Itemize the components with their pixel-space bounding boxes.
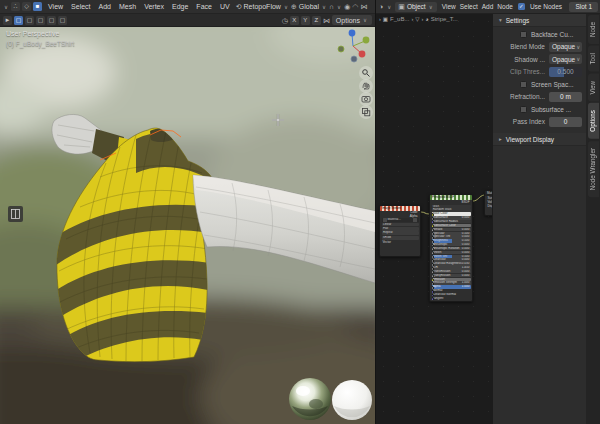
- menu-item[interactable]: UV: [216, 3, 234, 10]
- mode-dropdown-chevron[interactable]: ∨: [3, 4, 9, 10]
- tool-2-icon[interactable]: ▢: [25, 16, 34, 25]
- proportional-edit-icon[interactable]: ◉: [344, 2, 350, 11]
- node-row-label: Transmission: [433, 270, 451, 273]
- viewport-scene: [0, 27, 375, 424]
- gizmo-z-neg[interactable]: [351, 56, 357, 62]
- mirror-axes-icon[interactable]: ⋈: [323, 16, 330, 25]
- blend-mode-dropdown[interactable]: Opaque∨: [549, 42, 582, 52]
- perspective-toggle-button[interactable]: [359, 105, 373, 119]
- sidebar-tab[interactable]: Options: [588, 103, 599, 139]
- menu-item[interactable]: Face: [192, 3, 216, 10]
- edge-select-mode-icon[interactable]: ◇: [22, 2, 31, 11]
- snap-chevron[interactable]: ∨: [336, 4, 342, 10]
- options-button[interactable]: Options∨: [332, 15, 372, 25]
- gizmo-y-neg[interactable]: [338, 46, 344, 52]
- screen-space-row: Screen Spac...: [520, 79, 586, 90]
- gizmo-z-axis[interactable]: [349, 30, 356, 37]
- editor-type-chevron[interactable]: ∨: [386, 4, 392, 10]
- gizmo-y-axis[interactable]: [363, 37, 370, 44]
- image-option-dropdown[interactable]: sRGB: [382, 236, 419, 240]
- axis-button[interactable]: X: [290, 16, 299, 25]
- node-row-value: 0.000: [462, 274, 470, 277]
- sidebar-tab[interactable]: Node: [588, 15, 599, 44]
- screen-space-checkbox[interactable]: [520, 81, 527, 88]
- principled-bsdf-node[interactable]: Principled BSDF BSDF GGX Random Walk: [429, 194, 473, 302]
- sidebar-tab[interactable]: View: [588, 74, 599, 102]
- menu-item[interactable]: Node: [495, 3, 515, 10]
- retopoflow-chevron[interactable]: ∨: [283, 4, 289, 10]
- orientation-chevron[interactable]: ∨: [321, 4, 327, 10]
- breadcrumb-funnel-icon: ▽: [415, 16, 419, 22]
- camera-view-button[interactable]: [359, 92, 373, 106]
- material-slot-button[interactable]: Slot 1: [569, 2, 598, 12]
- node-canvas[interactable]: › ▣ F_uB... › ▽ › ◕ Stripe_T... Image Te…: [376, 14, 492, 424]
- vertex-select-mode-icon[interactable]: ∴: [11, 2, 20, 11]
- pass-index-field[interactable]: 0: [549, 117, 582, 127]
- node-row-value: 0.000: [462, 251, 470, 254]
- settings-title: Settings: [506, 17, 530, 24]
- menu-item[interactable]: Select: [458, 3, 480, 10]
- node-row-value: 0.000: [462, 247, 470, 250]
- refraction-depth-field[interactable]: 0 m: [549, 92, 582, 102]
- node-row[interactable]: Subsurface Radius: [432, 220, 471, 223]
- menu-item[interactable]: Mesh: [115, 3, 140, 10]
- node-row[interactable]: Anisotropic 0.000: [432, 243, 471, 246]
- breadcrumb-object-icon: ▣: [383, 16, 388, 22]
- viewport-canvas[interactable]: User Perspective (0) F_uBody_BeeTShirt: [0, 27, 375, 424]
- menu-item[interactable]: Add: [480, 3, 496, 10]
- node-row[interactable]: Transmission 0.000: [432, 270, 471, 273]
- blend-mode-row: Blend Mode Opaque∨: [493, 41, 582, 52]
- node-row[interactable]: Anisotropic Rotation 0.000: [432, 247, 471, 250]
- menu-item[interactable]: View: [440, 3, 458, 10]
- clip-threshold-slider[interactable]: 0.500: [549, 67, 582, 77]
- menu-item[interactable]: View: [44, 3, 67, 10]
- snap-magnet-icon[interactable]: ∩: [329, 2, 334, 11]
- shader-mode-dropdown[interactable]: ▣ Object ∨: [395, 2, 436, 12]
- node-row[interactable]: Subsurface Color: [432, 224, 471, 227]
- menu-item[interactable]: Select: [67, 3, 94, 10]
- gizmo-x-axis[interactable]: [359, 51, 366, 58]
- image-option-dropdown[interactable]: Repeat: [382, 231, 419, 235]
- orientation-dropdown[interactable]: Global: [299, 3, 319, 10]
- node-row[interactable]: Metallic 0.000: [432, 228, 471, 231]
- sidebar-tabs: Node Tool View Options Node Wrangler: [586, 14, 600, 424]
- falloff-icon[interactable]: ◠: [352, 2, 358, 11]
- image-option-dropdown[interactable]: Linear: [382, 223, 419, 227]
- zoom-button[interactable]: [359, 66, 373, 80]
- subsurface-checkbox[interactable]: [520, 106, 527, 113]
- breadcrumb-expand-icon[interactable]: ›: [379, 16, 381, 22]
- axis-button[interactable]: Y: [301, 16, 310, 25]
- tool-4-icon[interactable]: ▢: [47, 16, 56, 25]
- shadow-mode-dropdown[interactable]: Opaque∨: [549, 54, 582, 64]
- material-output-node[interactable]: Material Output SurfaceVolumeDisplacemen…: [484, 190, 492, 216]
- node-row[interactable]: Sheen 0.000: [432, 251, 471, 254]
- tool-3-icon[interactable]: ▢: [36, 16, 45, 25]
- tool-5-icon[interactable]: ▢: [58, 16, 67, 25]
- menu-item[interactable]: Add: [95, 3, 115, 10]
- face-select-mode-icon[interactable]: ■: [33, 2, 42, 11]
- menu-item[interactable]: Edge: [168, 3, 192, 10]
- settings-section-header[interactable]: ▾ Settings: [493, 14, 586, 27]
- backface-culling-checkbox[interactable]: [520, 31, 527, 38]
- image-selector[interactable]: Material...: [382, 218, 419, 222]
- image-texture-node[interactable]: Image Texture Color Alpha Material... Li…: [379, 205, 421, 257]
- image-node-options: LinearFlatRepeatsRGB: [380, 223, 420, 240]
- tool-1-icon[interactable]: ▢: [14, 16, 23, 25]
- use-nodes-checkbox[interactable]: ✓: [518, 3, 525, 10]
- use-nodes-label[interactable]: Use Nodes: [528, 3, 564, 10]
- viewport-display-section-header[interactable]: ▸ Viewport Display: [493, 133, 586, 146]
- mirror-icon[interactable]: ⋈: [360, 2, 367, 11]
- menu-item[interactable]: Vertex: [140, 3, 168, 10]
- cursor-tool-icon[interactable]: ►: [3, 16, 12, 25]
- shader-editor-icon[interactable]: ◑: [379, 2, 383, 11]
- node-row[interactable]: Clearcoat Normal: [432, 293, 471, 296]
- retopoflow-menu[interactable]: RetopoFlow: [244, 3, 281, 10]
- node-row[interactable]: Transmission Roughness 0.000: [432, 274, 471, 277]
- viewport-badge[interactable]: [8, 206, 23, 222]
- sidebar-tab[interactable]: Node Wrangler: [588, 141, 599, 197]
- sidebar-tab[interactable]: Tool: [588, 46, 599, 72]
- mode-chevron: ∨: [428, 4, 434, 10]
- axis-button[interactable]: Z: [312, 16, 321, 25]
- node-row[interactable]: Tangent: [432, 297, 471, 300]
- image-option-dropdown[interactable]: Flat: [382, 227, 419, 231]
